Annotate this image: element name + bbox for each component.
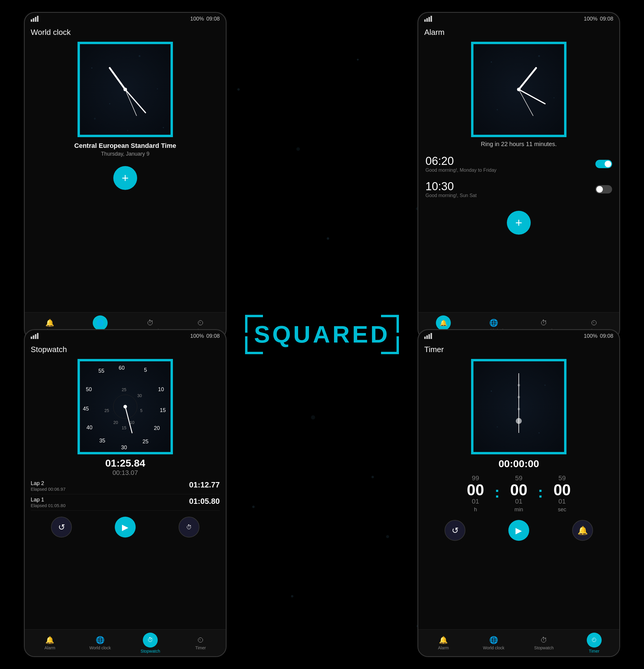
signal-icon-alarm — [424, 16, 432, 22]
alarm-toggle-2[interactable] — [596, 185, 612, 194]
timer-label-sw: Timer — [195, 645, 206, 650]
alarm-time-2: 10:30 — [426, 180, 477, 193]
timer-spinners: 99 00 01 h : 59 00 01 min : 59 00 01 sec — [418, 474, 619, 513]
svg-point-5 — [357, 59, 359, 60]
svg-text:10: 10 — [130, 420, 134, 425]
nav-wc-timer[interactable]: 🌐 World clock — [469, 630, 519, 656]
svg-point-79 — [518, 408, 520, 410]
toggle-thumb-1 — [605, 161, 611, 167]
alarm-status-time: 09:08 — [600, 16, 613, 22]
nav-alarm-sw[interactable]: 🔔 Alarm — [25, 630, 75, 656]
svg-point-38 — [157, 88, 158, 89]
sep-2: : — [536, 483, 544, 501]
sec-down[interactable]: 01 — [558, 498, 566, 505]
alarm-toggle-1[interactable] — [596, 160, 612, 168]
nav-sw-timer[interactable]: ⏱ Stopwatch — [519, 630, 569, 656]
sep-1: : — [493, 483, 501, 501]
svg-point-78 — [518, 396, 520, 398]
min-down[interactable]: 01 — [515, 498, 523, 505]
svg-point-40 — [163, 127, 164, 128]
svg-text:55: 55 — [98, 368, 104, 374]
svg-text:15: 15 — [160, 407, 166, 413]
status-bar-timer: 100% 09:08 — [418, 330, 619, 342]
play-pause-button[interactable]: ▶ — [115, 517, 135, 538]
phone-nav-bar-wc — [25, 298, 226, 312]
svg-point-37 — [109, 103, 110, 104]
sw-nav-dot: ⏱ — [143, 632, 158, 647]
logo-text: SQUARED — [254, 321, 390, 348]
alarm-desc-1: Good morning!, Monday to Friday — [426, 168, 497, 173]
lap1-elapsed: Elapsed 01:05.80 — [31, 503, 66, 508]
timer-start-button[interactable]: ▶ — [509, 520, 529, 541]
stopwatch-time: 01:25.84 — [25, 457, 226, 469]
stopwatch-face: 60 5 10 15 20 25 30 35 40 45 50 55 25 — [77, 359, 173, 454]
svg-point-36 — [139, 55, 140, 57]
wc-label-timer: World clock — [483, 645, 504, 650]
svg-point-32 — [372, 476, 374, 478]
lap1-time: 01:05.80 — [189, 497, 220, 506]
timer-nav-icon-alarm: ⏲ — [591, 319, 598, 327]
bracket-bottom-left — [245, 336, 263, 354]
svg-point-45 — [124, 88, 127, 91]
lap-button[interactable]: ⏱ — [178, 517, 199, 538]
nav-wc-sw[interactable]: 🌐 World clock — [75, 630, 126, 656]
status-right-timer: 100% 09:08 — [584, 333, 613, 339]
svg-text:25: 25 — [143, 439, 148, 444]
sw-icon-timer: ⏱ — [540, 636, 547, 644]
svg-point-11 — [327, 237, 329, 240]
phone-alarm: 100% 09:08 Alarm Ring in 22 hours 11 min… — [417, 12, 620, 340]
svg-point-20 — [386, 535, 389, 538]
svg-point-3 — [237, 88, 240, 91]
svg-point-4 — [296, 147, 300, 151]
svg-point-18 — [311, 415, 315, 419]
alarm-desc-2: Good morning!, Sun Sat — [426, 193, 477, 198]
status-bar-stopwatch: 100% 09:08 — [25, 330, 226, 342]
nav-timer-active[interactable]: ⏲ Timer — [569, 630, 619, 656]
alarm-item-1: 06:20 Good morning!, Monday to Friday — [418, 151, 619, 176]
stopwatch-nav-icon: ⏱ — [147, 319, 154, 327]
alarm-label-timer: Alarm — [438, 645, 449, 650]
world-clock-title: World clock — [25, 25, 226, 39]
alarm-time-1: 06:20 — [426, 155, 497, 168]
bottom-nav-timer: 🔔 Alarm 🌐 World clock ⏱ Stopwatch ⏲ Time… — [418, 629, 619, 656]
fab-icon: + — [121, 171, 129, 185]
timer-nav-icon: ⏲ — [197, 319, 204, 327]
svg-text:60: 60 — [119, 365, 125, 371]
svg-point-48 — [497, 109, 498, 110]
alarm-battery: 100% — [584, 16, 598, 22]
timer-bell-button[interactable]: 🔔 — [572, 520, 593, 541]
min-val: 00 — [510, 482, 527, 498]
sec-val: 00 — [553, 482, 571, 498]
hours-down[interactable]: 01 — [472, 498, 479, 505]
reset-button[interactable]: ↺ — [51, 517, 72, 538]
nav-timer-sw[interactable]: ⏲ Timer — [176, 630, 226, 656]
svg-text:5: 5 — [144, 367, 147, 373]
add-clock-button[interactable]: + — [113, 166, 137, 190]
signal-icon-timer — [424, 333, 432, 339]
svg-point-49 — [553, 97, 555, 98]
hours-label: h — [474, 507, 477, 513]
stopwatch-title: Stopwatch — [25, 342, 226, 356]
svg-point-83 — [497, 426, 498, 428]
svg-text:15: 15 — [121, 425, 126, 430]
alarm-nav-dot: 🔔 — [436, 315, 451, 330]
timer-reset-button[interactable]: ↺ — [445, 520, 466, 541]
svg-point-19 — [252, 506, 255, 508]
svg-point-82 — [544, 385, 546, 386]
nav-alarm-timer[interactable]: 🔔 Alarm — [418, 630, 469, 656]
timezone-date: Thursday, January 9 — [25, 151, 226, 157]
add-alarm-button[interactable]: + — [507, 211, 531, 234]
wc-icon-sw: 🌐 — [96, 636, 105, 644]
timer-title: Timer — [418, 342, 619, 356]
svg-point-80 — [516, 418, 522, 424]
bottom-nav-stopwatch: 🔔 Alarm 🌐 World clock ⏱ Stopwatch ⏲ Time… — [25, 629, 226, 656]
svg-point-53 — [517, 88, 520, 91]
svg-text:40: 40 — [86, 425, 92, 430]
nav-sw-active[interactable]: ⏱ Stopwatch — [125, 630, 176, 656]
alarm-label-sw: Alarm — [44, 645, 55, 650]
svg-point-23 — [291, 595, 294, 597]
sw-nav-icon-alarm: ⏱ — [540, 319, 547, 327]
alarm-icon-sw: 🔔 — [45, 636, 54, 644]
svg-text:45: 45 — [83, 406, 89, 412]
svg-text:20: 20 — [154, 425, 160, 431]
